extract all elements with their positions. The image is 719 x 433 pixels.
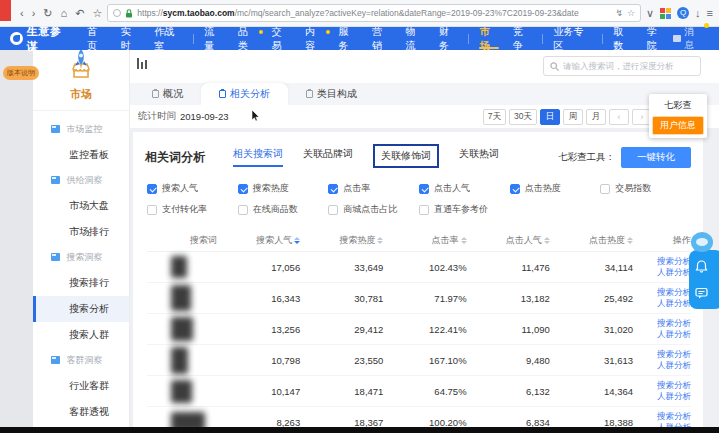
sidebar-item[interactable]: 监控看板 — [33, 142, 129, 168]
qq-extension-icon[interactable]: Q — [677, 7, 689, 19]
metric-checkbox[interactable]: 点击率 — [328, 182, 419, 195]
period-button[interactable]: 30天 — [509, 109, 537, 125]
table-header-cell[interactable]: 点击率 — [383, 234, 466, 247]
sidebar-item[interactable]: 市场大盘 — [33, 193, 129, 219]
top-nav-item[interactable]: 竞争 — [506, 27, 540, 50]
related-word-tab[interactable]: 关联品牌词 — [303, 147, 353, 167]
crowd-analysis-link[interactable]: 人群分析 — [633, 360, 691, 371]
metric-checkbox[interactable]: 交易指数 — [600, 182, 691, 195]
page-tab[interactable]: 概况 — [134, 83, 201, 105]
metric-checkbox[interactable]: 点击热度 — [510, 182, 601, 195]
search-analysis-link[interactable]: 搜索分析 — [633, 318, 691, 329]
top-nav-item[interactable]: 物流 — [398, 27, 432, 50]
related-word-tab[interactable]: 关联修饰词 — [373, 144, 439, 168]
related-word-tab[interactable]: 关联热词 — [459, 147, 499, 167]
chat-icon[interactable] — [695, 287, 708, 299]
metric-checkbox[interactable]: 商城点击占比 — [328, 203, 419, 216]
page-tab[interactable]: 类目构成 — [288, 83, 375, 105]
download-icon[interactable]: ↓ — [695, 7, 701, 19]
metric-checkbox[interactable]: 点击人气 — [419, 182, 510, 195]
top-nav-item[interactable]: 实时 — [114, 27, 148, 50]
user-info-button[interactable]: 用户信息 — [652, 116, 704, 135]
period-button[interactable]: 周 — [563, 109, 583, 125]
search-input[interactable] — [563, 61, 694, 71]
history-icon[interactable]: ↶ — [75, 3, 84, 23]
bookmark-icon[interactable]: ☆ — [92, 3, 102, 23]
top-nav-item[interactable]: 取数 — [606, 27, 640, 50]
bell-icon[interactable] — [695, 260, 708, 273]
row-actions: 搜索分析 人群分析 — [633, 287, 691, 310]
one-click-convert-button[interactable]: 一键转化 — [621, 147, 691, 168]
crowd-analysis-link[interactable]: 人群分析 — [633, 329, 691, 340]
top-nav-item[interactable]: 首页 — [80, 27, 114, 50]
messages-entry[interactable]: 消息 — [673, 26, 709, 52]
forward-icon[interactable]: › — [32, 3, 36, 23]
metric-checkbox[interactable]: 搜索人气 — [147, 182, 238, 195]
sidebar-item[interactable]: 供给洞察 — [33, 168, 129, 193]
sidebar-item[interactable]: 搜索洞察 — [33, 245, 129, 270]
metric-checkbox[interactable]: 在线商品数 — [238, 203, 329, 216]
search-analysis-link[interactable]: 搜索分析 — [633, 349, 691, 360]
sidebar-item[interactable]: 客群透视 — [33, 399, 129, 425]
top-nav-item[interactable]: 内容 — [298, 27, 332, 50]
qicai-button[interactable]: 七彩查 — [652, 97, 704, 114]
top-nav-item[interactable]: 营销 — [365, 27, 399, 50]
refresh-icon[interactable]: ↻ — [43, 3, 52, 23]
flash-plugin-icon[interactable]: ↯ — [615, 8, 623, 18]
site-info-icon[interactable] — [113, 9, 121, 17]
search-heat-value: 29,412 — [300, 324, 383, 335]
table-header-cell[interactable]: 搜索人气 — [217, 234, 300, 247]
version-note-badge[interactable]: 版本说明 — [3, 66, 39, 80]
table-header-cell[interactable]: 点击热度 — [550, 234, 633, 247]
page-tab[interactable]: 相关分析 — [201, 83, 288, 105]
top-nav-item[interactable]: 市场 — [472, 27, 506, 50]
crowd-analysis-link[interactable]: 人群分析 — [633, 298, 691, 309]
metric-checkbox[interactable]: 支付转化率 — [147, 203, 238, 216]
app-logo[interactable]: 生意参谋 — [10, 24, 72, 54]
urlbar-dropdown-icon[interactable]: ∨ — [646, 7, 654, 20]
period-button[interactable]: ‹ — [609, 109, 629, 125]
metric-checkbox[interactable]: 直通车参考价 — [419, 203, 510, 216]
address-bar[interactable]: https://sycm.taobao.com/mc/mq/search_ana… — [107, 4, 641, 22]
search-analysis-link[interactable]: 搜索分析 — [633, 287, 691, 298]
table-header-cell[interactable]: 操作 — [633, 234, 691, 247]
top-nav-item[interactable]: 业务专区 — [546, 27, 599, 50]
table-header-cell[interactable]: 搜索词 — [147, 234, 217, 247]
checkbox-icon — [600, 184, 610, 194]
extension-grid-icon[interactable] — [660, 8, 671, 19]
assistant-mascot-icon[interactable] — [691, 232, 713, 252]
sidebar-item[interactable]: 搜索人群 — [33, 322, 129, 348]
favorite-star-icon[interactable]: ☆ — [627, 8, 635, 18]
sidebar-item[interactable]: 市场排行 — [33, 219, 129, 245]
top-nav-item[interactable]: 品类 — [231, 27, 265, 50]
home-icon[interactable]: ⌂ — [61, 3, 68, 23]
table-row: 16,343 30,781 71.97% 13,182 25,492 搜索分析 … — [147, 283, 691, 314]
keyword-search-box[interactable] — [543, 56, 701, 76]
period-button[interactable]: 月 — [586, 109, 606, 125]
menu-icon[interactable]: ≡ — [707, 7, 713, 19]
sidebar-item[interactable]: 行业客群 — [33, 373, 129, 399]
table-header-cell[interactable]: 点击人气 — [467, 234, 550, 247]
search-analysis-link[interactable]: 搜索分析 — [633, 256, 691, 267]
search-analysis-link[interactable]: 搜索分析 — [633, 380, 691, 391]
top-nav-item[interactable]: 学院 — [640, 27, 674, 50]
top-nav-item[interactable]: 流量 — [197, 27, 231, 50]
related-word-tab[interactable]: 相关搜索词 — [233, 147, 283, 167]
sidebar-item[interactable]: 搜索分析 — [33, 296, 129, 322]
period-button[interactable]: 7天 — [483, 109, 506, 125]
crowd-analysis-link[interactable]: 人群分析 — [633, 391, 691, 402]
metric-checkbox[interactable]: 搜索热度 — [238, 182, 329, 195]
sidebar-item[interactable]: 市场监控 — [33, 117, 129, 142]
period-button[interactable]: 日 — [540, 109, 560, 125]
search-analysis-link[interactable]: 搜索分析 — [633, 411, 691, 422]
nav-divider — [193, 34, 194, 44]
back-icon[interactable]: ‹ — [20, 3, 24, 23]
sidebar-item[interactable]: 客群洞察 — [33, 348, 129, 373]
sidebar-item[interactable]: 搜索排行 — [33, 270, 129, 296]
crowd-analysis-link[interactable]: 人群分析 — [633, 267, 691, 278]
top-nav-item[interactable]: 作战室 — [147, 27, 190, 50]
table-header-cell[interactable]: 搜索热度 — [300, 234, 383, 247]
top-nav-item[interactable]: 交易 — [264, 27, 298, 50]
top-nav-item[interactable]: 服务 — [331, 27, 365, 50]
top-nav-item[interactable]: 财务 — [432, 27, 466, 50]
